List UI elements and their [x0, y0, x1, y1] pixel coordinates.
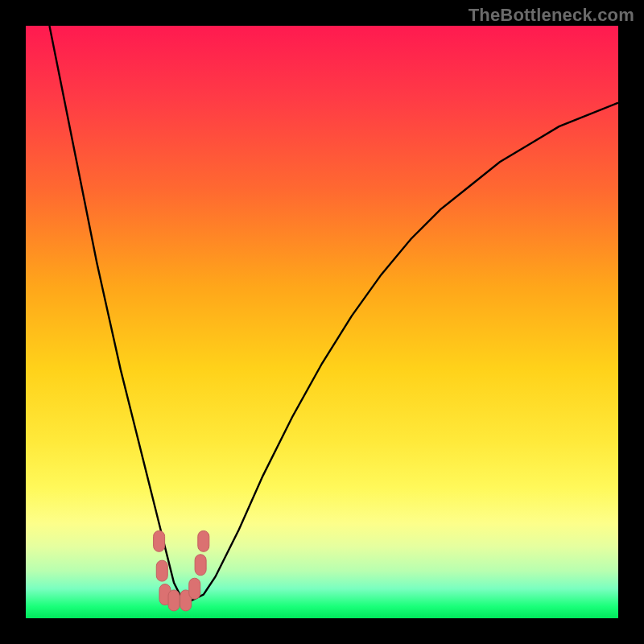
curve-marker: [156, 560, 167, 581]
curve-marker: [198, 530, 209, 551]
attribution-text: TheBottleneck.com: [469, 5, 634, 26]
curve-marker: [168, 590, 180, 611]
curve-marker: [154, 530, 165, 551]
plot-area: [26, 26, 618, 618]
bottleneck-curve: [26, 26, 618, 618]
curve-marker: [195, 555, 206, 576]
curve-markers: [154, 530, 209, 611]
curve-marker: [189, 578, 200, 599]
chart-frame: TheBottleneck.com: [0, 0, 644, 644]
curve-path: [49, 26, 618, 601]
